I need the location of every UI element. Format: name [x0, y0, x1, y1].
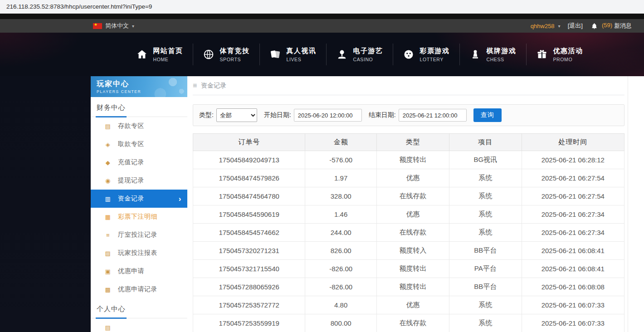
browser-url-bar[interactable]: 216.118.235.52:8783/hhcp/usercenter.html…	[0, 0, 644, 14]
sidebar-menu: 财务中心▤存款专区◈取款专区◆充值记录◉提现记录▥资金记录›▦彩票下注明细≡厅室…	[91, 97, 187, 332]
cell-time: 2025-06-21 06:08:08	[522, 278, 624, 296]
sidebar-item-promo-apply-record[interactable]: ▩优惠申请记录	[91, 280, 187, 298]
nav-item-chess[interactable]: 棋牌游戏CHESS	[459, 44, 526, 65]
nav-item-promo[interactable]: 优惠活动PROMO	[526, 44, 593, 65]
end-date-input[interactable]	[399, 109, 467, 122]
username[interactable]: qhhw258	[531, 23, 555, 29]
start-date-input[interactable]	[294, 109, 362, 122]
hall-bet-record-icon: ≡	[104, 232, 112, 239]
nav-item-casino[interactable]: 电子游艺CASINO	[326, 44, 393, 65]
sidebar-item-label: 彩票下注明细	[118, 213, 157, 221]
nav-item-labels: 网站首页HOME	[153, 47, 183, 62]
sidebar-item-label: 优惠申请	[118, 267, 144, 275]
type-select[interactable]: 全部	[216, 108, 257, 122]
messages-link[interactable]: (59) 新消息	[602, 22, 632, 30]
table-head: 订单号金额类型项目处理时间	[193, 134, 624, 151]
filter-bar: 类型: 全部 开始日期: 结束日期: 查询	[193, 104, 624, 126]
sidebar-section-title: 个人中心	[91, 298, 187, 318]
sidebar-item-label: 玩家投注报表	[118, 249, 157, 257]
sidebar-title: 玩家中心	[97, 79, 187, 89]
cell-time: 2025-06-21 06:07:33	[522, 296, 624, 314]
table-row: 17504584545906191.46优惠系统2025-06-21 06:27…	[193, 205, 624, 224]
nav-label-en: CASINO	[353, 57, 383, 62]
cell-order-no: 1750457253559919	[193, 314, 305, 332]
nav-label-cn: 网站首页	[153, 47, 183, 55]
sidebar-header: 玩家中心 PLAYERS CENTER	[91, 76, 187, 97]
language-selector[interactable]: ★ 简体中文 ▾	[93, 22, 134, 30]
cell-amount: -826.00	[305, 278, 377, 296]
cell-order-no: 1750458454590619	[193, 205, 305, 224]
nav-label-cn: 优惠活动	[553, 47, 583, 55]
main-nav-bar: 网站首页HOME体育竞技SPORTS真人视讯LIVES电子游艺CASINO彩票游…	[0, 33, 644, 76]
main-nav: 网站首页HOME体育竞技SPORTS真人视讯LIVES电子游艺CASINO彩票游…	[91, 44, 628, 65]
sidebar-item-label: 提现记录	[118, 176, 144, 185]
cell-order-no: 1750457288065926	[193, 278, 305, 296]
sidebar-item-lottery-bet-detail[interactable]: ▦彩票下注明细	[91, 208, 187, 226]
cell-project: 系统	[449, 296, 522, 314]
cell-amount: 826.00	[305, 242, 377, 260]
sidebar-item-deposit[interactable]: ▤存款专区	[91, 117, 187, 135]
nav-item-home[interactable]: 网站首页HOME	[127, 44, 193, 65]
sidebar-item-promo-apply[interactable]: ▣优惠申请	[91, 262, 187, 280]
page-url: 216.118.235.52:8783/hhcp/usercenter.html…	[6, 3, 152, 10]
nav-item-lives[interactable]: 真人视讯LIVES	[259, 44, 326, 65]
content-container: 玩家中心 PLAYERS CENTER 财务中心▤存款专区◈取款专区◆充值记录◉…	[91, 76, 628, 332]
promo-record-icon: ▩	[104, 286, 112, 293]
end-date-label: 结束日期:	[369, 111, 396, 119]
promo-icon	[536, 49, 548, 61]
logout-link[interactable]: [退出]	[568, 22, 583, 30]
sidebar-item-label: 取款专区	[118, 140, 144, 148]
sidebar-item-recharge-record[interactable]: ◆充值记录	[91, 153, 187, 171]
sidebar-item-player-bet-report[interactable]: ▨玩家投注报表	[91, 244, 187, 262]
cell-time: 2025-06-21 06:27:54	[522, 169, 624, 187]
nav-item-labels: 电子游艺CASINO	[353, 47, 383, 62]
cell-amount: 1.46	[305, 205, 377, 224]
cell-order-no: 1750457253572772	[193, 296, 305, 314]
deposit-icon: ▤	[104, 123, 112, 130]
col-header-order-no: 订单号	[193, 134, 305, 151]
sidebar: 玩家中心 PLAYERS CENTER 财务中心▤存款专区◈取款专区◆充值记录◉…	[91, 76, 187, 332]
chevron-down-icon[interactable]: ▾	[558, 24, 561, 29]
table-row: 1750457253559919800.00在线存款系统2025-06-21 0…	[193, 314, 624, 332]
nav-item-labels: 棋牌游戏CHESS	[487, 47, 517, 62]
table-body: 1750458492049713-576.00额度转出BG视讯2025-06-2…	[193, 151, 624, 332]
type-label: 类型:	[199, 111, 214, 119]
cell-order-no: 1750457321715540	[193, 260, 305, 278]
bell-icon[interactable]	[591, 22, 598, 29]
search-button[interactable]: 查询	[473, 108, 502, 122]
cell-amount: -826.00	[305, 260, 377, 278]
cell-order-no: 1750458474564780	[193, 187, 305, 205]
cell-time: 2025-06-21 06:27:34	[522, 224, 624, 242]
sidebar-item-partial[interactable]: ▤	[91, 318, 187, 332]
china-flag-icon: ★	[93, 23, 102, 29]
cell-type: 优惠	[377, 296, 449, 314]
col-header-amount: 金额	[305, 134, 377, 151]
cell-type: 在线存款	[377, 187, 449, 205]
menu-icon: ≡	[193, 82, 197, 90]
sidebar-item-withdraw[interactable]: ◈取款专区	[91, 135, 187, 153]
funds-record-icon: ▥	[104, 195, 112, 202]
sidebar-subtitle: PLAYERS CENTER	[97, 89, 187, 94]
sidebar-item-funds-record[interactable]: ▥资金记录›	[91, 190, 187, 208]
table-row: 1750458474564780328.00在线存款系统2025-06-21 0…	[193, 187, 624, 205]
sidebar-item-hall-bet-record[interactable]: ≡厅室投注记录	[91, 226, 187, 244]
sidebar-item-label: 存款专区	[118, 122, 144, 130]
nav-item-sports[interactable]: 体育竞技SPORTS	[193, 44, 259, 65]
cell-time: 2025-06-21 06:08:41	[522, 242, 624, 260]
table-row: 1750457321715540-826.00额度转出PA平台2025-06-2…	[193, 260, 624, 278]
cell-time: 2025-06-21 06:08:41	[522, 260, 624, 278]
cell-order-no: 1750458454574662	[193, 224, 305, 242]
nav-item-labels: 真人视讯LIVES	[287, 47, 317, 62]
sidebar-item-label: 厅室投注记录	[118, 231, 157, 239]
cell-project: 系统	[449, 314, 522, 332]
nav-label-en: LIVES	[287, 57, 317, 62]
table-header-row: 订单号金额类型项目处理时间	[193, 134, 624, 151]
cell-project: 系统	[449, 205, 522, 224]
cell-type: 优惠	[377, 169, 449, 187]
promo-apply-icon: ▣	[104, 268, 112, 275]
sidebar-item-withdraw-record[interactable]: ◉提现记录	[91, 171, 187, 190]
nav-item-lottery[interactable]: 彩票游戏LOTTERY	[393, 44, 459, 65]
nav-label-cn: 彩票游戏	[420, 47, 450, 55]
nav-label-en: PROMO	[553, 57, 583, 62]
cell-type: 额度转出	[377, 260, 449, 278]
